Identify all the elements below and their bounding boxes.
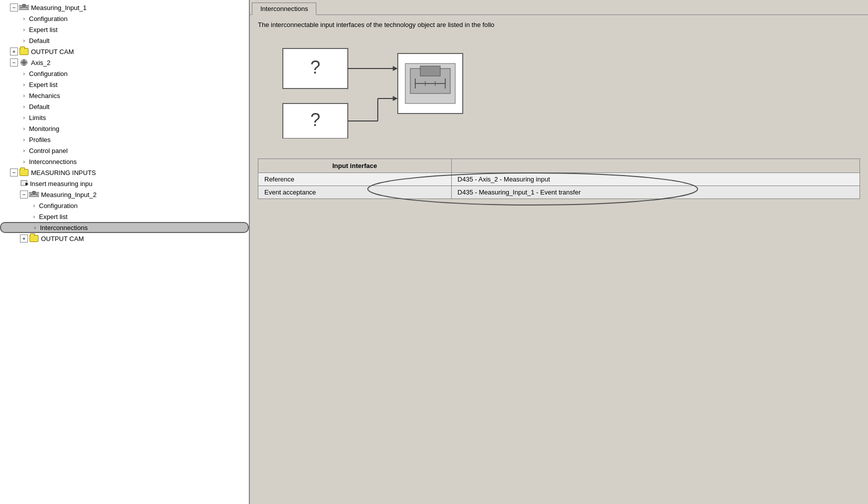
tab-bar: Interconnections [250,0,868,15]
expand-icon[interactable]: − [10,58,18,66]
tree-panel: − Measuring_Input_1 › Configuration › Ex… [0,0,250,504]
tree-item-default-1[interactable]: › Default [0,35,249,46]
tab-interconnections[interactable]: Interconnections [252,2,316,15]
arrow-right-icon: › [20,92,28,100]
table-row[interactable]: Reference D435 - Axis_2 - Measuring inpu… [258,173,860,186]
expand-icon[interactable]: − [10,4,18,12]
tree-item-default-2[interactable]: › Default [0,101,249,112]
tree-item-label: Configuration [29,15,67,22]
arrow-right-icon: › [20,158,28,166]
tree-item-label: Measuring_Input_1 [31,4,86,12]
right-panel: Interconnections The interconnectable in… [250,0,868,504]
svg-text:?: ? [310,110,320,130]
arrow-right-icon: › [20,14,28,22]
diagram-area: ? ? [258,38,860,148]
measuring-node-icon [19,4,29,12]
arrow-right-icon: › [30,212,38,220]
tree-item-output-cam[interactable]: + OUTPUT CAM [0,46,249,57]
tree-item-label: Measuring_Input_2 [41,191,96,198]
tree-item-config-1[interactable]: › Configuration [0,13,249,24]
arrow-right-icon: › [20,124,28,132]
tree-item-config-3[interactable]: › Configuration [0,200,249,211]
tree-item-label: MEASURING INPUTS [31,169,96,176]
axis-node-icon [19,58,29,66]
tree-item-label: Limits [29,114,46,122]
svg-rect-28 [420,66,440,76]
arrow-right-icon: › [31,224,39,232]
tree-item-profiles[interactable]: › Profiles [0,134,249,145]
tree-item-label: Expert list [29,81,57,88]
tree-item-label: Profiles [29,136,50,144]
folder-node-icon [19,168,29,176]
tree-item-label: Mechanics [29,92,60,100]
table-cell-interface: Event acceptance [258,186,452,199]
tree-item-limits[interactable]: › Limits [0,112,249,123]
folder-node-icon [19,48,29,56]
tree-item-label: Monitoring [29,125,59,132]
tree-item-expert-2[interactable]: › Expert list [0,79,249,90]
description-text: The interconnectable input interfaces of… [258,21,860,28]
tree-item-label: OUTPUT CAM [31,48,74,56]
content-area: The interconnectable input interfaces of… [250,15,868,504]
arrow-right-icon: › [20,102,28,110]
tree-item-interconnections-1[interactable]: › Interconnections [0,156,249,167]
tree-item-label: Interconnections [29,158,76,166]
arrow-right-icon: › [20,114,28,122]
svg-marker-34 [393,96,398,101]
expand-icon[interactable]: − [20,190,28,198]
expand-icon[interactable]: − [10,168,18,176]
tree-item-expert-1[interactable]: › Expert list [0,24,249,35]
tree-item-label: Default [29,37,49,44]
insert-icon [20,180,30,188]
tree-item-measuring-inputs[interactable]: − MEASURING INPUTS [0,167,249,178]
measuring-node-icon [29,190,39,198]
interconnection-diagram: ? ? [258,38,518,138]
tree-item-label: Default [29,103,49,110]
tab-label: Interconnections [260,5,308,12]
tree-item-output-cam-2[interactable]: + OUTPUT CAM [0,233,249,244]
svg-rect-15 [32,192,35,194]
tree-item-label: Expert list [39,213,67,220]
arrow-right-icon: › [20,26,28,34]
input-interface-table: Input interface Reference D435 - Axis_2 … [258,158,860,199]
arrow-right-icon: › [20,80,28,88]
table-cell-interface: Reference [258,173,452,186]
tree-item-expert-3[interactable]: › Expert list [0,211,249,222]
tree-item-label: Expert list [29,26,57,34]
tree-item-label: Configuration [39,202,77,210]
tree-item-axis-2[interactable]: − Axis_2 [0,57,249,68]
table-header-value [451,159,860,173]
tree-item-label: Control panel [29,147,67,154]
table-row[interactable]: Event acceptance D435 - Measuring_Input_… [258,186,860,199]
tree-item-label: Configuration [29,70,67,78]
tree-item-measuring-input-2[interactable]: − Measuring_Input_2 [0,189,249,200]
arrow-right-icon: › [20,70,28,78]
expand-icon[interactable]: + [10,48,18,56]
table-cell-value: D435 - Measuring_Input_1 - Event transfe… [451,186,860,199]
tree-item-control-panel[interactable]: › Control panel [0,145,249,156]
folder-node-icon [29,234,39,242]
arrow-right-icon: › [20,146,28,154]
tree-item-interconnections-2[interactable]: › Interconnections [0,222,249,233]
tree-item-insert-measuring[interactable]: Insert measuring inpu [0,178,249,189]
tree-item-label: Interconnections [40,224,87,232]
tree-item-measuring-input-1[interactable]: − Measuring_Input_1 [0,2,249,13]
tree-item-monitoring[interactable]: › Monitoring [0,123,249,134]
table-header-interface: Input interface [258,159,452,173]
tree-item-label: OUTPUT CAM [41,235,84,242]
arrow-right-icon: › [30,202,38,210]
tree-container[interactable]: − Measuring_Input_1 › Configuration › Ex… [0,0,249,504]
arrow-right-icon: › [20,36,28,44]
svg-rect-4 [22,4,25,7]
svg-marker-30 [393,66,398,71]
arrow-right-icon: › [20,136,28,144]
tree-item-label: Axis_2 [31,59,50,66]
expand-icon[interactable]: + [20,234,28,242]
tree-item-config-2[interactable]: › Configuration [0,68,249,79]
table-cell-value: D435 - Axis_2 - Measuring input [451,173,860,186]
svg-text:?: ? [310,57,320,78]
tree-item-mechanics[interactable]: › Mechanics [0,90,249,101]
tree-item-label: Insert measuring inpu [30,180,92,188]
